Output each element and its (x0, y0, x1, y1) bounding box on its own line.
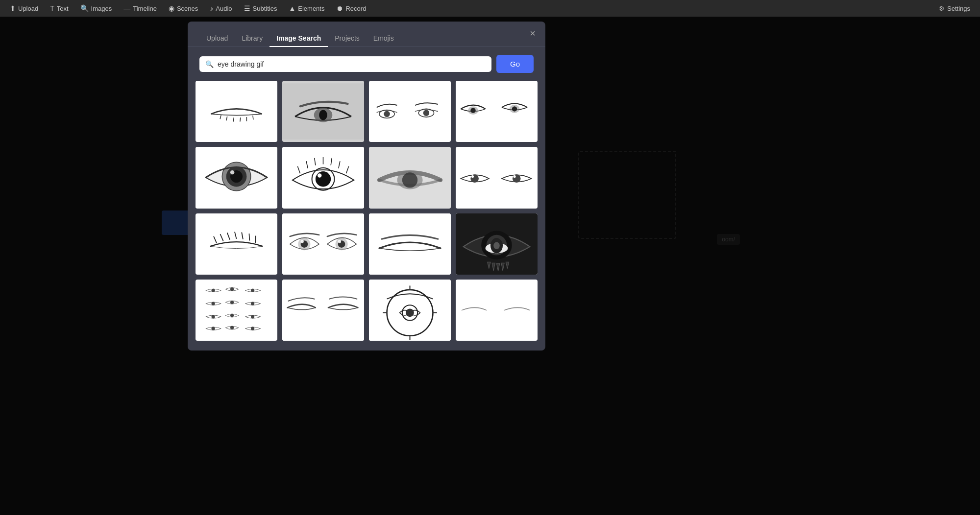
search-area: 🔍 Go (188, 47, 545, 81)
svg-line-6 (253, 116, 253, 119)
image-result-11[interactable] (369, 213, 451, 275)
image-result-14[interactable] (282, 280, 364, 341)
image-result-13[interactable] (196, 280, 277, 341)
svg-point-72 (212, 289, 215, 292)
svg-point-74 (251, 289, 254, 292)
modal-header: Upload Library Image Search Projects Emo… (188, 22, 545, 47)
svg-rect-39 (456, 152, 538, 203)
tab-image-search[interactable]: Image Search (270, 30, 328, 47)
svg-point-83 (251, 327, 254, 330)
record-icon: ⏺ (336, 4, 343, 12)
svg-point-9 (319, 110, 327, 120)
svg-point-80 (251, 315, 254, 318)
svg-point-17 (470, 108, 475, 113)
svg-point-58 (338, 240, 341, 243)
settings-icon: ⚙ (939, 5, 945, 12)
svg-rect-84 (282, 280, 364, 341)
svg-point-55 (301, 240, 304, 243)
svg-point-76 (230, 301, 234, 304)
toolbar-text[interactable]: T Text (45, 2, 73, 14)
toolbar-elements[interactable]: ▲ Elements (284, 2, 329, 14)
svg-point-82 (230, 326, 234, 329)
toolbar-settings[interactable]: ⚙ Settings (934, 3, 975, 14)
text-icon: T (50, 4, 54, 12)
toolbar-subtitles[interactable]: ☰ Subtitles (239, 2, 282, 14)
svg-point-19 (512, 106, 517, 111)
image-result-4[interactable] (456, 81, 538, 142)
svg-point-28 (318, 174, 321, 178)
toolbar-timeline[interactable]: — Timeline (119, 2, 162, 14)
audio-icon: ♪ (210, 4, 213, 12)
tab-upload[interactable]: Upload (199, 30, 235, 47)
svg-point-14 (423, 110, 430, 116)
upload-icon: ⬆ (10, 4, 16, 12)
svg-point-12 (384, 111, 390, 117)
svg-point-75 (212, 302, 215, 305)
toolbar-record[interactable]: ⏺ Record (331, 2, 371, 14)
image-result-10[interactable] (282, 213, 364, 275)
svg-rect-0 (196, 86, 277, 137)
toolbar-scenes[interactable]: ◉ Scenes (164, 2, 203, 14)
svg-line-4 (240, 117, 241, 121)
image-grid (188, 81, 545, 341)
svg-rect-59 (369, 213, 451, 275)
svg-rect-15 (456, 86, 538, 137)
toolbar-upload[interactable]: ⬆ Upload (5, 2, 43, 14)
image-result-16[interactable] (456, 280, 538, 341)
svg-rect-52 (282, 213, 364, 275)
image-result-5[interactable] (196, 147, 277, 208)
svg-point-78 (212, 315, 215, 318)
svg-point-24 (230, 170, 234, 174)
search-input[interactable] (218, 60, 486, 68)
svg-line-3 (233, 117, 234, 121)
svg-point-88 (406, 308, 414, 317)
svg-point-79 (230, 314, 234, 317)
tab-emojis[interactable]: Emojis (367, 30, 401, 47)
image-result-15[interactable] (369, 280, 451, 341)
images-icon: 🔍 (80, 4, 89, 12)
svg-point-65 (493, 242, 500, 249)
tab-library[interactable]: Library (235, 30, 270, 47)
image-result-7[interactable] (369, 147, 451, 208)
timeline-icon: — (123, 4, 130, 12)
svg-rect-93 (456, 284, 538, 335)
svg-line-50 (249, 234, 249, 240)
image-search-modal: Upload Library Image Search Projects Emo… (188, 22, 545, 351)
image-result-3[interactable] (369, 81, 451, 142)
image-result-8[interactable] (456, 147, 538, 208)
search-icon: 🔍 (205, 60, 214, 68)
svg-rect-44 (201, 213, 271, 275)
svg-point-38 (402, 172, 417, 187)
svg-point-41 (471, 175, 474, 178)
image-result-6[interactable] (282, 147, 364, 208)
svg-point-43 (513, 175, 515, 178)
toolbar: ⬆ Upload T Text 🔍 Images — Timeline ◉ Sc… (0, 0, 980, 17)
image-result-12[interactable] (456, 213, 538, 275)
svg-point-73 (230, 287, 234, 291)
scenes-icon: ◉ (169, 4, 174, 12)
search-box-container: 🔍 (199, 56, 491, 72)
close-button[interactable]: × (530, 28, 536, 38)
image-result-2[interactable] (282, 81, 364, 142)
toolbar-images[interactable]: 🔍 Images (75, 2, 117, 14)
subtitles-icon: ☰ (244, 4, 250, 12)
tab-projects[interactable]: Projects (328, 30, 367, 47)
toolbar-audio[interactable]: ♪ Audio (205, 2, 237, 14)
svg-point-81 (212, 327, 215, 330)
go-button[interactable]: Go (496, 55, 534, 73)
elements-icon: ▲ (289, 4, 295, 12)
svg-point-27 (316, 171, 331, 187)
svg-point-77 (251, 302, 254, 305)
svg-line-51 (255, 235, 256, 242)
svg-rect-71 (201, 280, 271, 341)
image-result-1[interactable] (196, 81, 277, 142)
image-result-9[interactable] (196, 213, 277, 275)
